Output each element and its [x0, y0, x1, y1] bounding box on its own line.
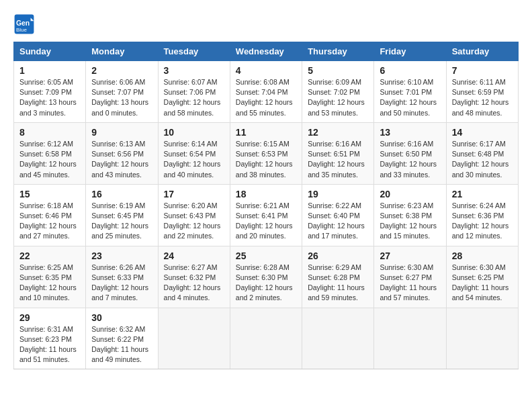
day-number: 1	[19, 65, 80, 76]
day-info: Sunrise: 6:27 AMSunset: 6:32 PMDaylight:…	[164, 263, 224, 304]
day-info: Sunrise: 6:05 AMSunset: 7:09 PMDaylight:…	[19, 77, 80, 118]
day-info: Sunrise: 6:16 AMSunset: 6:50 PMDaylight:…	[380, 139, 440, 180]
day-number: 22	[19, 250, 80, 261]
day-header-tuesday: Tuesday	[158, 42, 230, 61]
day-info: Sunrise: 6:23 AMSunset: 6:38 PMDaylight:…	[380, 201, 440, 242]
day-info: Sunrise: 6:07 AMSunset: 7:06 PMDaylight:…	[164, 77, 224, 118]
day-number: 15	[19, 189, 80, 199]
calendar-cell: 19 Sunrise: 6:22 AMSunset: 6:40 PMDaylig…	[302, 184, 374, 246]
calendar-header: SundayMondayTuesdayWednesdayThursdayFrid…	[14, 42, 519, 61]
calendar-cell: 1 Sunrise: 6:05 AMSunset: 7:09 PMDayligh…	[14, 61, 86, 123]
calendar-cell: 13 Sunrise: 6:16 AMSunset: 6:50 PMDaylig…	[374, 122, 446, 184]
calendar-week-4: 22 Sunrise: 6:25 AMSunset: 6:35 PMDaylig…	[14, 246, 519, 308]
calendar-cell: 15 Sunrise: 6:18 AMSunset: 6:46 PMDaylig…	[14, 184, 86, 246]
day-number: 5	[308, 65, 368, 76]
day-number: 28	[452, 250, 513, 261]
page-header: Gen Blue	[13, 13, 519, 35]
calendar-cell: 28 Sunrise: 6:30 AMSunset: 6:25 PMDaylig…	[446, 246, 518, 308]
calendar-week-3: 15 Sunrise: 6:18 AMSunset: 6:46 PMDaylig…	[14, 184, 519, 246]
svg-text:Blue: Blue	[16, 27, 28, 33]
day-number: 19	[308, 189, 368, 199]
calendar-cell	[302, 308, 374, 369]
day-number: 7	[452, 65, 513, 76]
day-number: 30	[91, 312, 152, 323]
svg-text:Gen: Gen	[16, 19, 30, 27]
calendar-cell: 24 Sunrise: 6:27 AMSunset: 6:32 PMDaylig…	[158, 246, 230, 308]
day-number: 20	[380, 189, 440, 199]
day-number: 25	[236, 250, 296, 261]
day-number: 27	[380, 250, 440, 261]
day-header-wednesday: Wednesday	[230, 42, 302, 61]
calendar-cell: 17 Sunrise: 6:20 AMSunset: 6:43 PMDaylig…	[158, 184, 230, 246]
calendar-cell: 8 Sunrise: 6:12 AMSunset: 6:58 PMDayligh…	[14, 122, 86, 184]
day-info: Sunrise: 6:30 AMSunset: 6:25 PMDaylight:…	[452, 263, 513, 304]
day-number: 23	[91, 250, 152, 261]
day-info: Sunrise: 6:08 AMSunset: 7:04 PMDaylight:…	[236, 77, 296, 118]
calendar-cell: 26 Sunrise: 6:29 AMSunset: 6:28 PMDaylig…	[302, 246, 374, 308]
day-header-monday: Monday	[86, 42, 158, 61]
day-number: 9	[91, 127, 152, 138]
calendar-cell: 4 Sunrise: 6:08 AMSunset: 7:04 PMDayligh…	[230, 61, 302, 123]
calendar-cell: 18 Sunrise: 6:21 AMSunset: 6:41 PMDaylig…	[230, 184, 302, 246]
logo: Gen Blue	[13, 13, 38, 35]
day-number: 6	[380, 65, 440, 76]
day-number: 8	[19, 127, 80, 138]
day-number: 24	[164, 250, 224, 261]
day-number: 3	[164, 65, 224, 76]
day-info: Sunrise: 6:32 AMSunset: 6:22 PMDaylight:…	[91, 324, 152, 365]
day-info: Sunrise: 6:20 AMSunset: 6:43 PMDaylight:…	[164, 201, 224, 242]
calendar-cell: 11 Sunrise: 6:15 AMSunset: 6:53 PMDaylig…	[230, 122, 302, 184]
day-header-sunday: Sunday	[14, 42, 86, 61]
day-number: 10	[164, 127, 224, 138]
day-number: 12	[308, 127, 368, 138]
day-number: 29	[19, 312, 80, 323]
calendar-cell: 6 Sunrise: 6:10 AMSunset: 7:01 PMDayligh…	[374, 61, 446, 123]
day-info: Sunrise: 6:15 AMSunset: 6:53 PMDaylight:…	[236, 139, 296, 180]
calendar-cell: 9 Sunrise: 6:13 AMSunset: 6:56 PMDayligh…	[86, 122, 158, 184]
day-number: 26	[308, 250, 368, 261]
day-number: 21	[452, 189, 513, 199]
calendar-cell: 25 Sunrise: 6:28 AMSunset: 6:30 PMDaylig…	[230, 246, 302, 308]
calendar-cell	[158, 308, 230, 369]
day-info: Sunrise: 6:21 AMSunset: 6:41 PMDaylight:…	[236, 201, 296, 242]
day-info: Sunrise: 6:22 AMSunset: 6:40 PMDaylight:…	[308, 201, 368, 242]
day-header-friday: Friday	[374, 42, 446, 61]
day-info: Sunrise: 6:18 AMSunset: 6:46 PMDaylight:…	[19, 201, 80, 242]
calendar-cell: 3 Sunrise: 6:07 AMSunset: 7:06 PMDayligh…	[158, 61, 230, 123]
calendar-week-2: 8 Sunrise: 6:12 AMSunset: 6:58 PMDayligh…	[14, 122, 519, 184]
day-info: Sunrise: 6:28 AMSunset: 6:30 PMDaylight:…	[236, 263, 296, 304]
day-info: Sunrise: 6:11 AMSunset: 6:59 PMDaylight:…	[452, 77, 513, 118]
day-info: Sunrise: 6:30 AMSunset: 6:27 PMDaylight:…	[380, 263, 440, 304]
day-info: Sunrise: 6:17 AMSunset: 6:48 PMDaylight:…	[452, 139, 513, 180]
day-number: 14	[452, 127, 513, 138]
calendar-cell: 10 Sunrise: 6:14 AMSunset: 6:54 PMDaylig…	[158, 122, 230, 184]
calendar-cell: 23 Sunrise: 6:26 AMSunset: 6:33 PMDaylig…	[86, 246, 158, 308]
day-info: Sunrise: 6:12 AMSunset: 6:58 PMDaylight:…	[19, 139, 80, 180]
calendar-cell: 5 Sunrise: 6:09 AMSunset: 7:02 PMDayligh…	[302, 61, 374, 123]
day-info: Sunrise: 6:26 AMSunset: 6:33 PMDaylight:…	[91, 263, 152, 304]
calendar-body: 1 Sunrise: 6:05 AMSunset: 7:09 PMDayligh…	[14, 61, 519, 369]
day-info: Sunrise: 6:29 AMSunset: 6:28 PMDaylight:…	[308, 263, 368, 304]
calendar-cell: 14 Sunrise: 6:17 AMSunset: 6:48 PMDaylig…	[446, 122, 518, 184]
calendar-cell: 12 Sunrise: 6:16 AMSunset: 6:51 PMDaylig…	[302, 122, 374, 184]
day-number: 11	[236, 127, 296, 138]
calendar-week-5: 29 Sunrise: 6:31 AMSunset: 6:23 PMDaylig…	[14, 308, 519, 369]
day-number: 17	[164, 189, 224, 199]
calendar-cell: 20 Sunrise: 6:23 AMSunset: 6:38 PMDaylig…	[374, 184, 446, 246]
day-header-thursday: Thursday	[302, 42, 374, 61]
calendar-cell: 16 Sunrise: 6:19 AMSunset: 6:45 PMDaylig…	[86, 184, 158, 246]
calendar-cell: 21 Sunrise: 6:24 AMSunset: 6:36 PMDaylig…	[446, 184, 518, 246]
day-header-saturday: Saturday	[446, 42, 518, 61]
day-number: 13	[380, 127, 440, 138]
day-info: Sunrise: 6:06 AMSunset: 7:07 PMDaylight:…	[91, 77, 152, 118]
day-info: Sunrise: 6:24 AMSunset: 6:36 PMDaylight:…	[452, 201, 513, 242]
day-info: Sunrise: 6:14 AMSunset: 6:54 PMDaylight:…	[164, 139, 224, 180]
day-info: Sunrise: 6:25 AMSunset: 6:35 PMDaylight:…	[19, 263, 80, 304]
day-number: 18	[236, 189, 296, 199]
calendar-cell: 2 Sunrise: 6:06 AMSunset: 7:07 PMDayligh…	[86, 61, 158, 123]
day-info: Sunrise: 6:13 AMSunset: 6:56 PMDaylight:…	[91, 139, 152, 180]
calendar-cell: 7 Sunrise: 6:11 AMSunset: 6:59 PMDayligh…	[446, 61, 518, 123]
day-number: 2	[91, 65, 152, 76]
day-info: Sunrise: 6:09 AMSunset: 7:02 PMDaylight:…	[308, 77, 368, 118]
calendar-cell: 30 Sunrise: 6:32 AMSunset: 6:22 PMDaylig…	[86, 308, 158, 369]
